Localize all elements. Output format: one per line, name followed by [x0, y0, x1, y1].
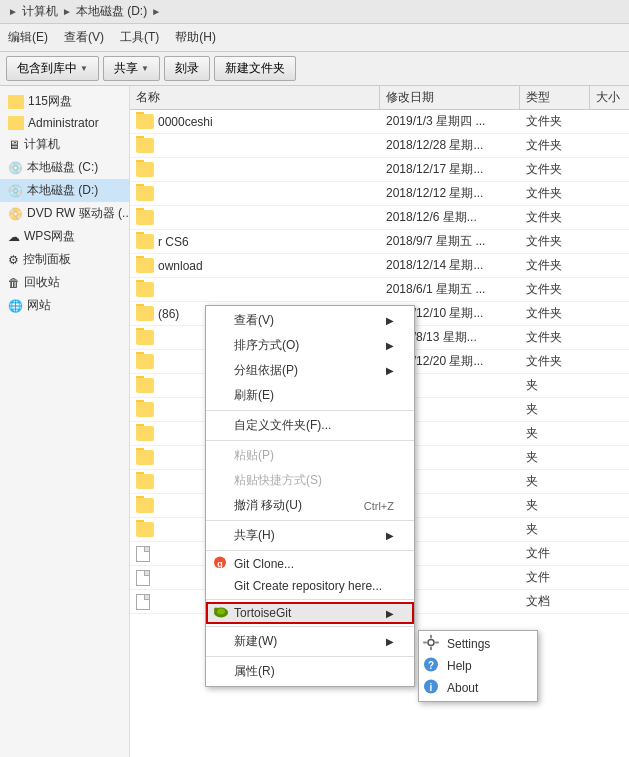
submenu-item[interactable]: ?Help — [419, 655, 537, 677]
file-type-cell: 文件 — [520, 543, 590, 564]
table-row[interactable]: 2018/12/28 星期...文件夹 — [130, 134, 629, 158]
context-menu-item[interactable]: 自定义文件夹(F)... — [206, 413, 414, 438]
context-menu-item-label: 撤消 移动(U) — [234, 497, 302, 514]
file-date-cell: 2019/1/3 星期四 ... — [380, 111, 520, 132]
context-menu-item[interactable]: 撤消 移动(U)Ctrl+Z — [206, 493, 414, 518]
table-row[interactable]: ownload2018/12/14 星期...文件夹 — [130, 254, 629, 278]
file-size-cell — [590, 168, 629, 172]
submenu-arrow-icon: ▶ — [386, 365, 394, 376]
col-header-date[interactable]: 修改日期 — [380, 86, 520, 109]
menu-view[interactable]: 查看(V) — [56, 26, 112, 49]
file-type-cell: 文件夹 — [520, 207, 590, 228]
file-date-cell: 2018/12/12 星期... — [380, 183, 520, 204]
context-menu-item-label: 查看(V) — [234, 312, 274, 329]
folder-icon — [136, 306, 154, 321]
folder-icon — [136, 498, 154, 513]
file-name-cell: 0000ceshi — [130, 112, 380, 131]
menu-edit[interactable]: 编辑(E) — [0, 26, 56, 49]
sidebar-item-recycle[interactable]: 🗑 回收站 — [0, 271, 129, 294]
sidebar-item-control-panel[interactable]: ⚙ 控制面板 — [0, 248, 129, 271]
context-menu-item[interactable]: 共享(H)▶ — [206, 523, 414, 548]
context-menu-item-label: 自定义文件夹(F)... — [234, 417, 331, 434]
table-row[interactable]: 2018/12/12 星期...文件夹 — [130, 182, 629, 206]
file-type-cell: 夹 — [520, 375, 590, 396]
toolbar-include-library[interactable]: 包含到库中 ▼ — [6, 56, 99, 81]
file-date-cell: 2018/12/17 星期... — [380, 159, 520, 180]
tortoise-icon — [212, 604, 230, 623]
file-size-cell — [590, 240, 629, 244]
table-row[interactable]: 2018/12/17 星期...文件夹 — [130, 158, 629, 182]
file-size-cell — [590, 432, 629, 436]
sidebar-item-computer[interactable]: 🖥 计算机 — [0, 133, 129, 156]
file-date-cell: 2018/12/28 星期... — [380, 135, 520, 156]
file-type-cell: 文件夹 — [520, 303, 590, 324]
sidebar-item-admin[interactable]: Administrator — [0, 113, 129, 133]
context-menu-item[interactable]: 分组依据(P)▶ — [206, 358, 414, 383]
sidebar-item-115[interactable]: 115网盘 — [0, 90, 129, 113]
settings-icon — [423, 635, 439, 654]
file-type-cell: 文件夹 — [520, 111, 590, 132]
toolbar-burn[interactable]: 刻录 — [164, 56, 210, 81]
doc-icon — [136, 570, 150, 586]
sidebar-item-drive-c[interactable]: 💿 本地磁盘 (C:) — [0, 156, 129, 179]
file-size-cell — [590, 600, 629, 604]
folder-icon — [136, 330, 154, 345]
context-menu-item[interactable]: 排序方式(O)▶ — [206, 333, 414, 358]
col-header-type[interactable]: 类型 — [520, 86, 590, 109]
context-menu-item[interactable]: Git Create repository here... — [206, 575, 414, 597]
folder-icon — [136, 402, 154, 417]
context-menu-item[interactable]: TortoiseGit▶ — [206, 602, 414, 624]
table-row[interactable]: 2018/6/1 星期五 ...文件夹 — [130, 278, 629, 302]
sidebar-item-drive-d[interactable]: 💿 本地磁盘 (D:) — [0, 179, 129, 202]
context-menu-item[interactable]: 查看(V)▶ — [206, 308, 414, 333]
folder-icon — [136, 282, 154, 297]
svg-point-5 — [428, 640, 434, 646]
svg-rect-7 — [430, 647, 432, 651]
toolbar-new-folder[interactable]: 新建文件夹 — [214, 56, 296, 81]
col-header-size[interactable]: 大小 — [590, 86, 629, 109]
context-menu-item[interactable]: 属性(R) — [206, 659, 414, 684]
file-date-cell: 2018/12/6 星期... — [380, 207, 520, 228]
context-menu-divider — [206, 550, 414, 551]
context-menu-item-label: 共享(H) — [234, 527, 275, 544]
toolbar-share[interactable]: 共享 ▼ — [103, 56, 160, 81]
table-row[interactable]: 0000ceshi2019/1/3 星期四 ...文件夹 — [130, 110, 629, 134]
file-name-text: r CS6 — [158, 235, 189, 249]
file-type-cell: 夹 — [520, 495, 590, 516]
toolbar: 包含到库中 ▼ 共享 ▼ 刻录 新建文件夹 — [0, 52, 629, 86]
context-menu-divider — [206, 440, 414, 441]
folder-icon — [136, 522, 154, 537]
file-type-cell: 夹 — [520, 471, 590, 492]
submenu-item[interactable]: Settings — [419, 633, 537, 655]
context-menu-item[interactable]: 新建(W)▶ — [206, 629, 414, 654]
sidebar: 115网盘 Administrator 🖥 计算机 💿 本地磁盘 (C:) 💿 … — [0, 86, 130, 757]
file-type-cell: 夹 — [520, 519, 590, 540]
context-menu-item[interactable]: 刷新(E) — [206, 383, 414, 408]
sidebar-item-website[interactable]: 🌐 网站 — [0, 294, 129, 317]
context-menu-item-label: 刷新(E) — [234, 387, 274, 404]
menu-tools[interactable]: 工具(T) — [112, 26, 167, 49]
file-list-header: 名称 修改日期 类型 大小 — [130, 86, 629, 110]
file-name-text: 0000ceshi — [158, 115, 213, 129]
file-size-cell — [590, 360, 629, 364]
submenu-item[interactable]: iAbout — [419, 677, 537, 699]
context-menu-item[interactable]: gGit Clone... — [206, 553, 414, 575]
context-menu-item[interactable]: 粘贴(P) — [206, 443, 414, 468]
file-name-text: (86) — [158, 307, 179, 321]
address-part-2[interactable]: 本地磁盘 (D:) — [76, 3, 147, 20]
table-row[interactable]: r CS62018/9/7 星期五 ...文件夹 — [130, 230, 629, 254]
table-row[interactable]: 2018/12/6 星期...文件夹 — [130, 206, 629, 230]
file-type-cell: 文件夹 — [520, 351, 590, 372]
sidebar-item-dvd[interactable]: 📀 DVD RW 驱动器 (...) — [0, 202, 129, 225]
menu-help[interactable]: 帮助(H) — [167, 26, 224, 49]
address-part-1[interactable]: 计算机 — [22, 3, 58, 20]
context-menu-item[interactable]: 粘贴快捷方式(S) — [206, 468, 414, 493]
svg-point-3 — [217, 609, 225, 615]
file-name-text: ownload — [158, 259, 203, 273]
sidebar-item-wps[interactable]: ☁ WPS网盘 — [0, 225, 129, 248]
help-icon: ? — [423, 657, 439, 676]
col-header-name[interactable]: 名称 — [130, 86, 380, 109]
file-type-cell: 文件夹 — [520, 159, 590, 180]
submenu: Settings?HelpiAbout — [418, 630, 538, 702]
submenu-arrow-icon: ▶ — [386, 315, 394, 326]
